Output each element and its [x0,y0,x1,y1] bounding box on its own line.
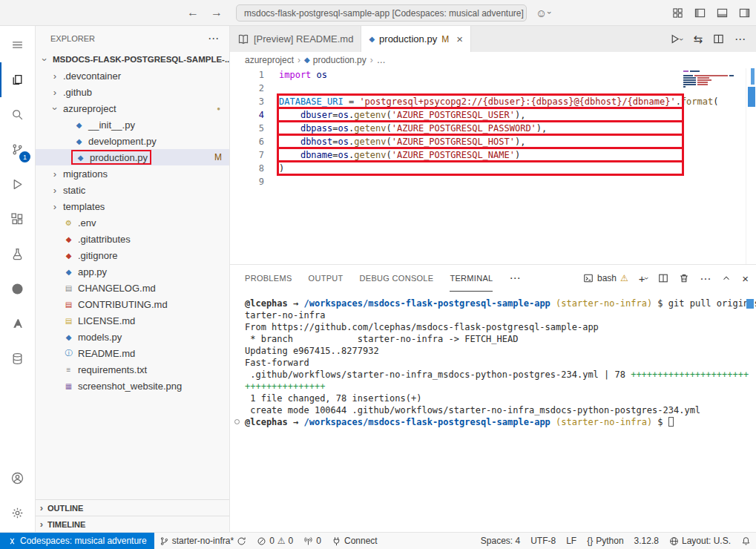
code-editor[interactable]: 1import os23DATABASE_URI = 'postgresql+p… [230,68,756,264]
tree-item-github[interactable]: ›.github [36,84,229,100]
line-number: 4 [230,108,264,122]
tree-item-devcontainer[interactable]: ›.devcontainer [36,68,229,84]
command-decoration-icon[interactable] [234,419,240,424]
panel-tab-output[interactable]: OUTPUT [309,265,344,292]
close-panel-button[interactable]: × [742,273,749,284]
panel-tab-terminal[interactable]: TERMINAL [450,265,493,292]
minimap[interactable] [683,70,744,91]
status-branch[interactable]: starter-no-infra* [154,533,252,549]
tab-preview-readme-md[interactable]: [Preview] README.md [230,26,361,52]
status-codespaces-remote[interactable]: Codespaces: musical adventure [0,533,154,549]
panel-tab-debug-console[interactable]: DEBUG CONSOLE [360,265,434,292]
status-language-mode[interactable]: {}Python [582,533,628,549]
explorer-more-button[interactable]: ⋯ [208,32,219,45]
forward-button[interactable]: → [211,6,223,19]
activity-search-button[interactable] [0,97,35,132]
kill-terminal-button[interactable] [679,273,689,283]
split-terminal-button[interactable] [658,273,668,283]
tree-item-init-py[interactable]: ◆__init__.py [36,116,229,133]
toggle-secondary-sidebar-icon[interactable] [739,7,750,19]
tree-item-gitattributes[interactable]: ◆.gitattributes [36,231,229,247]
tree-item-development-py[interactable]: ◆development.py [36,133,229,149]
toggle-sidebar-icon[interactable] [694,7,706,19]
code-line-1[interactable]: 1import os [230,68,756,82]
tab-production-py[interactable]: ◆production.pyM× [361,26,471,52]
tree-item-app-py[interactable]: ◆app.py [36,263,229,280]
status-notifications[interactable] [736,533,756,549]
tree-item-requirements-txt[interactable]: ≡requirements.txt [36,361,229,378]
status-python-version[interactable]: 3.12.8 [629,533,664,549]
activity-extensions-button[interactable] [0,202,35,237]
keyboard-layout-globe-icon [669,536,679,546]
activity-testing-button[interactable] [0,237,35,272]
split-editor-button[interactable] [713,33,724,45]
activity-remote-explorer-button[interactable] [0,341,35,376]
breadcrumb-item-azureproject[interactable]: azureproject [245,55,294,65]
tree-item-templates[interactable]: ›templates [36,198,229,214]
activity-github-button[interactable] [0,272,35,306]
code-line-7[interactable]: 7 dbname=os.getenv('AZURE_POSTGRESQL_NAM… [230,148,756,162]
toggle-panel-icon[interactable] [717,7,728,19]
open-changes-button[interactable]: ⇆ [693,33,703,45]
activity-menu-button[interactable] [0,27,35,62]
maximize-panel-button[interactable] [721,273,732,283]
tree-item-static[interactable]: ›static [36,182,229,198]
activity-azure-button[interactable] [0,306,35,341]
terminal-output[interactable]: @lcephas → /workspaces/msdocs-flask-post… [230,292,756,532]
status-indentation[interactable]: Spaces: 4 [476,533,525,549]
panel-tab-problems[interactable]: PROBLEMS [245,265,292,292]
run-python-file-button[interactable]: › [669,33,683,45]
tree-item-models-py[interactable]: ◆models.py [36,329,229,345]
tree-item-screenshot-website-png[interactable]: ▦screenshot_website.png [36,378,229,394]
tree-item-azureproject[interactable]: ›azureproject● [36,100,229,116]
activity-source-control-button[interactable]: 1 [0,132,35,167]
activity-accounts-button[interactable] [0,461,35,496]
terminal-profile-item[interactable]: bash ⚠ [583,273,628,283]
editor-more-actions-button[interactable]: ⋯ [734,33,746,45]
panel-more-button[interactable]: ⋯ [509,272,520,285]
code-line-3[interactable]: 3DATABASE_URI = 'postgresql+psycopg2://{… [230,95,756,108]
tree-item-readme-md[interactable]: ⓘREADME.md [36,345,229,361]
tree-item-label: development.py [88,136,157,147]
command-center-search[interactable]: msdocs-flask-postgresql-sample-app [Code… [236,4,527,22]
terminal-more-actions-button[interactable]: ⋯ [700,273,711,284]
tree-item-license-md[interactable]: ▤LICENSE.md [36,312,229,329]
status-connect[interactable]: Connect [326,533,383,549]
status-encoding[interactable]: UTF-8 [525,533,561,549]
status-eol[interactable]: LF [561,533,582,549]
section-timeline[interactable]: ›TIMELINE [36,516,229,532]
code-line-2[interactable]: 2 [230,82,756,95]
minimap-line [683,73,744,74]
code-line-4[interactable]: 4 dbuser=os.getenv('AZURE_POSTGRESQL_USE… [230,108,756,122]
back-button[interactable]: ← [187,6,199,19]
tree-item-env[interactable]: ⚙.env [36,214,229,231]
close-tab-icon[interactable]: × [456,33,463,45]
tree-item-changelog-md[interactable]: ▤CHANGELOG.md [36,280,229,296]
breadcrumb-item-[interactable]: … [377,55,386,65]
status-ports[interactable]: 0 [298,533,326,549]
tree-item-gitignore[interactable]: ◆.gitignore [36,247,229,263]
breadcrumb: azureproject›◆production.py›… [230,52,756,68]
apps-grid-icon[interactable] [672,7,683,19]
code-line-8[interactable]: 8) [230,162,756,175]
tree-item-production-py[interactable]: ◆production.pyM [36,149,229,165]
file-tree: ›MSDOCS-FLASK-POSTGRESQL-SAMPLE-...›.dev… [36,51,229,394]
feedback-button[interactable]: ☺ › [536,0,551,25]
tree-item-inner: .github [61,85,94,99]
status-problems[interactable]: 0⚠0 [252,533,298,549]
tree-item-label: app.py [78,266,107,277]
status-keyboard-layout[interactable]: Layout: U.S. [664,533,736,549]
activity-run-debug-button[interactable] [0,167,35,202]
tree-item-contributing-md[interactable]: ▤CONTRIBUTING.md [36,296,229,312]
section-outline[interactable]: ›OUTLINE [36,499,229,516]
tree-item-migrations[interactable]: ›migrations [36,165,229,182]
tree-item-msdocs-flask-postgresql-sample[interactable]: ›MSDOCS-FLASK-POSTGRESQL-SAMPLE-... [36,51,229,68]
code-line-5[interactable]: 5 dbpass=os.getenv('AZURE_POSTGRESQL_PAS… [230,122,756,135]
activity-explorer-button[interactable] [0,62,35,97]
new-terminal-button[interactable]: +› [639,273,648,284]
code-line-9[interactable]: 9 [230,175,756,188]
activity-settings-button[interactable] [0,496,35,530]
breadcrumb-item-production-py[interactable]: ◆production.py [304,55,367,65]
minimap-line [683,82,744,83]
code-line-6[interactable]: 6 dbhost=os.getenv('AZURE_POSTGRESQL_HOS… [230,135,756,148]
